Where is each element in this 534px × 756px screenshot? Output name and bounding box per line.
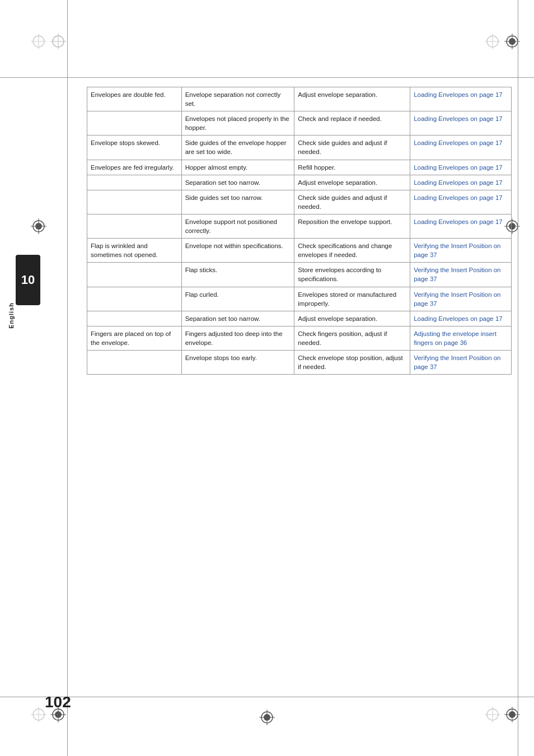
link-10[interactable]: Loading Envelopes on page 17 [414, 315, 503, 322]
table-cell-3-1: Hopper almost empty. [181, 160, 294, 175]
table-cell-12-0 [87, 350, 182, 374]
table-cell-7-1: Envelope not within specifications. [181, 239, 294, 263]
chapter-tab: 10 [16, 255, 40, 305]
troubleshooting-table: Envelopes are double fed.Envelope separa… [87, 87, 512, 375]
reg-mark-br1 [485, 707, 500, 722]
table-cell-4-1: Separation set too narrow. [181, 175, 294, 190]
reg-mark-left1 [31, 218, 46, 234]
table-cell-0-3[interactable]: Loading Envelopes on page 17 [410, 87, 512, 111]
table-cell-1-3[interactable]: Loading Envelopes on page 17 [410, 111, 512, 136]
table-cell-8-3[interactable]: Verifying the Insert Position on page 37 [410, 263, 512, 287]
table-cell-9-0 [87, 287, 182, 311]
link-4[interactable]: Loading Envelopes on page 17 [414, 179, 503, 186]
table-row: Fingers are placed on top of the envelop… [87, 326, 512, 350]
table-cell-1-0 [87, 111, 182, 136]
table-cell-9-2: Envelopes stored or manufactured imprope… [294, 287, 410, 311]
table-cell-2-0: Envelope stops skewed. [87, 136, 182, 160]
main-content: Envelopes are double fed.Envelope separa… [87, 87, 512, 689]
table-cell-3-2: Refill hopper. [294, 160, 410, 175]
chapter-number: 10 [21, 273, 35, 287]
table-cell-5-3[interactable]: Loading Envelopes on page 17 [410, 190, 512, 214]
table-cell-1-1: Envelopes not placed properly in the hop… [181, 111, 294, 136]
link-1[interactable]: Loading Envelopes on page 17 [414, 115, 503, 122]
table-row: Flap sticks.Store envelopes according to… [87, 263, 512, 287]
footer-line [0, 697, 534, 697]
table-cell-10-2: Adjust envelope separation. [294, 311, 410, 326]
table-cell-8-0 [87, 263, 182, 287]
table-row: Envelopes are fed irregularly.Hopper alm… [87, 160, 512, 175]
reg-mark-tl1 [31, 34, 46, 49]
table-cell-7-2: Check specifications and change envelope… [294, 239, 410, 263]
table-row: Envelopes are double fed.Envelope separa… [87, 87, 512, 111]
table-cell-3-0: Envelopes are fed irregularly. [87, 160, 182, 175]
table-row: Flap is wrinkled and sometimes not opene… [87, 239, 512, 263]
table-cell-10-0 [87, 311, 182, 326]
reg-mark-bl1 [31, 707, 46, 722]
table-row: Envelopes not placed properly in the hop… [87, 111, 512, 136]
table-cell-9-3[interactable]: Verifying the Insert Position on page 37 [410, 287, 512, 311]
table-cell-6-0 [87, 214, 182, 238]
table-cell-6-1: Envelope support not positioned correctl… [181, 214, 294, 238]
table-row: Envelope support not positioned correctl… [87, 214, 512, 238]
table-cell-2-3[interactable]: Loading Envelopes on page 17 [410, 136, 512, 160]
table-cell-11-1: Fingers adjusted too deep into the envel… [181, 326, 294, 350]
table-cell-8-2: Store envelopes according to specificati… [294, 263, 410, 287]
page-number: 102 [45, 693, 71, 711]
link-12[interactable]: Verifying the Insert Position on page 37 [414, 354, 500, 370]
table-cell-10-1: Separation set too narrow. [181, 311, 294, 326]
table-row: Side guides set too narrow.Check side gu… [87, 190, 512, 214]
table-cell-5-0 [87, 190, 182, 214]
table-cell-9-1: Flap curled. [181, 287, 294, 311]
table-cell-2-1: Side guides of the envelope hopper are s… [181, 136, 294, 160]
table-cell-4-2: Adjust envelope separation. [294, 175, 410, 190]
table-cell-5-1: Side guides set too narrow. [181, 190, 294, 214]
reg-mark-tl2 [50, 34, 66, 49]
table-cell-0-1: Envelope separation not correctly set. [181, 87, 294, 111]
link-3[interactable]: Loading Envelopes on page 17 [414, 164, 503, 171]
table-row: Envelope stops too early.Check envelope … [87, 350, 512, 374]
right-margin-line [518, 0, 518, 756]
table-cell-7-0: Flap is wrinkled and sometimes not opene… [87, 239, 182, 263]
table-cell-7-3[interactable]: Verifying the Insert Position on page 37 [410, 239, 512, 263]
table-cell-5-2: Check side guides and adjust if needed. [294, 190, 410, 214]
table-cell-0-0: Envelopes are double fed. [87, 87, 182, 111]
link-7[interactable]: Verifying the Insert Position on page 37 [414, 242, 500, 258]
table-row: Separation set too narrow.Adjust envelop… [87, 175, 512, 190]
table-cell-3-3[interactable]: Loading Envelopes on page 17 [410, 160, 512, 175]
link-8[interactable]: Verifying the Insert Position on page 37 [414, 267, 500, 282]
reg-mark-bc [259, 710, 275, 725]
table-row: Flap curled.Envelopes stored or manufact… [87, 287, 512, 311]
left-margin-line [67, 0, 68, 756]
table-cell-12-1: Envelope stops too early. [181, 350, 294, 374]
table-cell-12-2: Check envelope stop position, adjust if … [294, 350, 410, 374]
link-11[interactable]: Adjusting the envelope insert fingers on… [414, 330, 496, 346]
table-row: Envelope stops skewed.Side guides of the… [87, 136, 512, 160]
table-cell-4-0 [87, 175, 182, 190]
table-cell-11-0: Fingers are placed on top of the envelop… [87, 326, 182, 350]
table-cell-6-3[interactable]: Loading Envelopes on page 17 [410, 214, 512, 238]
table-cell-11-2: Check fingers position, adjust if needed… [294, 326, 410, 350]
table-row: Separation set too narrow.Adjust envelop… [87, 311, 512, 326]
table-cell-11-3[interactable]: Adjusting the envelope insert fingers on… [410, 326, 512, 350]
link-9[interactable]: Verifying the Insert Position on page 37 [414, 291, 500, 307]
table-cell-0-2: Adjust envelope separation. [294, 87, 410, 111]
language-label: English [8, 302, 15, 329]
table-cell-6-2: Reposition the envelope support. [294, 214, 410, 238]
link-6[interactable]: Loading Envelopes on page 17 [414, 218, 503, 225]
table-cell-4-3[interactable]: Loading Envelopes on page 17 [410, 175, 512, 190]
table-cell-10-3[interactable]: Loading Envelopes on page 17 [410, 311, 512, 326]
table-cell-2-2: Check side guides and adjust if needed. [294, 136, 410, 160]
link-0[interactable]: Loading Envelopes on page 17 [414, 91, 503, 98]
table-cell-8-1: Flap sticks. [181, 263, 294, 287]
header-line [0, 77, 534, 78]
reg-mark-tr1 [485, 34, 500, 49]
table-cell-12-3[interactable]: Verifying the Insert Position on page 37 [410, 350, 512, 374]
link-2[interactable]: Loading Envelopes on page 17 [414, 139, 503, 146]
link-5[interactable]: Loading Envelopes on page 17 [414, 194, 503, 201]
table-cell-1-2: Check and replace if needed. [294, 111, 410, 136]
